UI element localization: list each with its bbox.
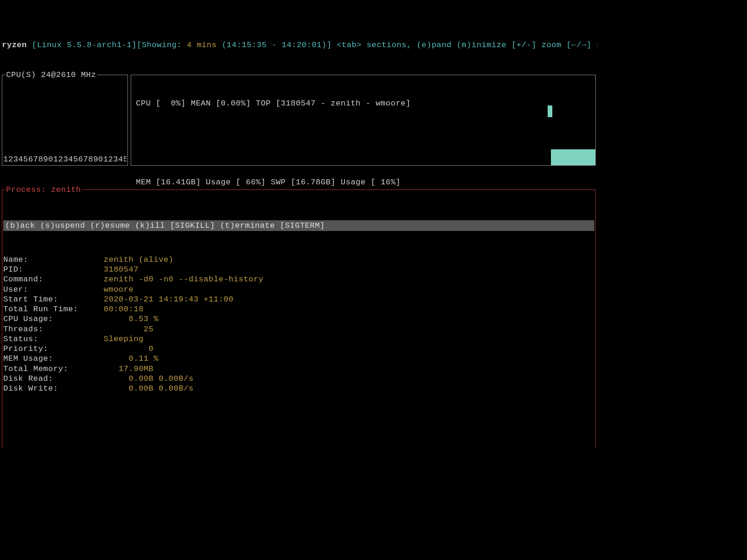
hostname: ryzen	[2, 41, 27, 49]
detail-row: PID:3180547	[3, 265, 594, 274]
detail-label: Total Run Time:	[3, 304, 104, 314]
detail-value: zenith -d0 -n0 --disable-history	[104, 274, 263, 284]
detail-label: Command:	[3, 274, 104, 284]
stats-panel: CPU [ 0%] MEAN [0.00%] TOP [3180547 - ze…	[131, 75, 596, 166]
key-hints: <tab> sections, (e)pand (m)inimize [+/-]…	[331, 41, 598, 49]
detail-value: Sleeping	[104, 334, 144, 344]
header-bar: ryzen [Linux 5.5.8-arch1-1][Showing: 4 m…	[0, 40, 598, 50]
detail-row: Threads: 25	[3, 324, 594, 334]
detail-label: Disk Read:	[3, 374, 104, 384]
detail-value: zenith (alive)	[104, 255, 174, 265]
showing-label: [Showing:	[137, 41, 182, 49]
detail-value: 0.00B 0.00B/s	[104, 384, 194, 393]
detail-label: Disk Write:	[3, 384, 104, 393]
cpu-panel: CPU(S) 24@2610 MHz 123456789012345678901…	[2, 75, 128, 166]
detail-value: 3180547	[104, 265, 139, 274]
detail-label: MEM Usage:	[3, 354, 104, 364]
cpu-stats-line: CPU [ 0%] MEAN [0.00%] TOP [3180547 - ze…	[136, 98, 591, 108]
detail-row: Total Run Time:00:00:18	[3, 304, 594, 314]
cpu-axis: 1234567890123456789012345678901234	[3, 154, 127, 164]
detail-value: 17.90MB	[104, 364, 154, 374]
detail-row: Disk Write: 0.00B 0.00B/s	[3, 384, 594, 393]
detail-label: Start Time:	[3, 294, 104, 304]
detail-row: Disk Read: 0.00B 0.00B/s	[3, 374, 594, 384]
process-details: Name:zenith (alive)PID:3180547Command:ze…	[2, 251, 595, 398]
detail-value: 2020-03-21 14:19:43 +11:00	[104, 294, 233, 304]
showing-duration: 4 mins	[182, 41, 222, 49]
detail-label: PID:	[3, 265, 104, 274]
detail-label: Status:	[3, 334, 104, 344]
detail-value: 00:00:18	[104, 304, 144, 314]
detail-row: Total Memory: 17.90MB	[3, 364, 594, 374]
detail-value: 0.00B 0.00B/s	[104, 374, 194, 384]
detail-value: 25	[104, 324, 154, 334]
mem-stats-line: MEM [16.41GB] Usage [ 66%] SWP [16.78GB]…	[136, 177, 591, 187]
detail-row: User:wmoore	[3, 285, 594, 294]
detail-row: Command:zenith -d0 -n0 --disable-history	[3, 274, 594, 284]
mem-sparkline-bar-1	[551, 149, 595, 157]
detail-label: User:	[3, 285, 104, 294]
detail-label: Name:	[3, 255, 104, 265]
detail-value: 0.11 %	[104, 354, 159, 364]
detail-label: Total Memory:	[3, 364, 104, 374]
process-panel-title: Process: zenith	[5, 185, 82, 195]
detail-row: Priority: 0	[3, 344, 594, 354]
process-panel: Process: zenith (b)ack (s)uspend (r)esum…	[2, 189, 596, 448]
detail-label: Priority:	[3, 344, 104, 354]
cpu-panel-title: CPU(S) 24@2610 MHz	[5, 70, 97, 80]
detail-row: CPU Usage: 8.53 %	[3, 314, 594, 324]
detail-value: 0	[104, 344, 154, 354]
detail-value: 8.53 %	[104, 314, 159, 324]
detail-label: CPU Usage:	[3, 314, 104, 324]
detail-value: wmoore	[104, 285, 134, 294]
mem-sparkline-bar-2	[551, 157, 595, 165]
process-actions[interactable]: (b)ack (s)uspend (r)esume (k)ill [SIGKIL…	[3, 220, 594, 231]
detail-label: Threads:	[3, 324, 104, 334]
cpu-sparkline-bar	[548, 105, 552, 117]
kernel-version: [Linux 5.5.8-arch1-1]	[32, 41, 137, 49]
detail-row: MEM Usage: 0.11 %	[3, 354, 594, 364]
detail-row: Status:Sleeping	[3, 334, 594, 344]
showing-range: (14:15:35 - 14:20:01)]	[222, 41, 331, 49]
detail-row: Start Time:2020-03-21 14:19:43 +11:00	[3, 294, 594, 304]
detail-row: Name:zenith (alive)	[3, 255, 594, 265]
